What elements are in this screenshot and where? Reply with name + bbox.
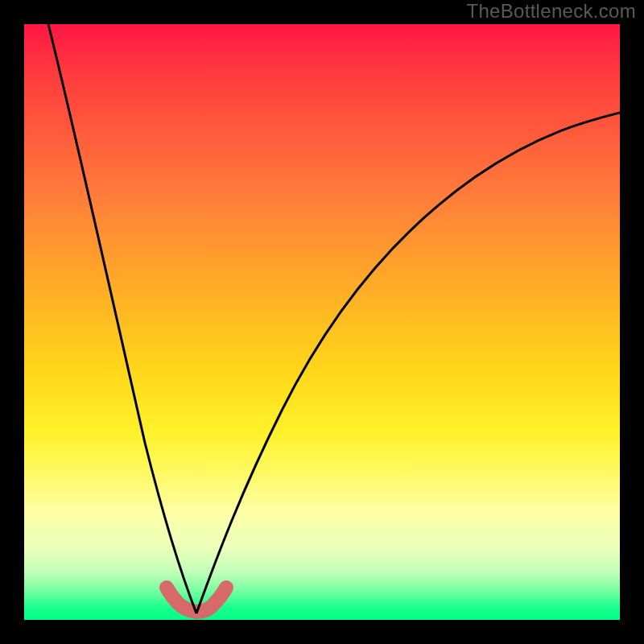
chart-container: TheBottleneck.com xyxy=(0,0,644,644)
bottleneck-curve-right xyxy=(196,113,620,613)
watermark-text: TheBottleneck.com xyxy=(466,0,636,23)
curve-layer xyxy=(24,24,620,620)
gradient-plot-area xyxy=(24,24,620,620)
safe-zone-marker xyxy=(167,588,226,612)
bottleneck-curve-left xyxy=(48,24,196,613)
